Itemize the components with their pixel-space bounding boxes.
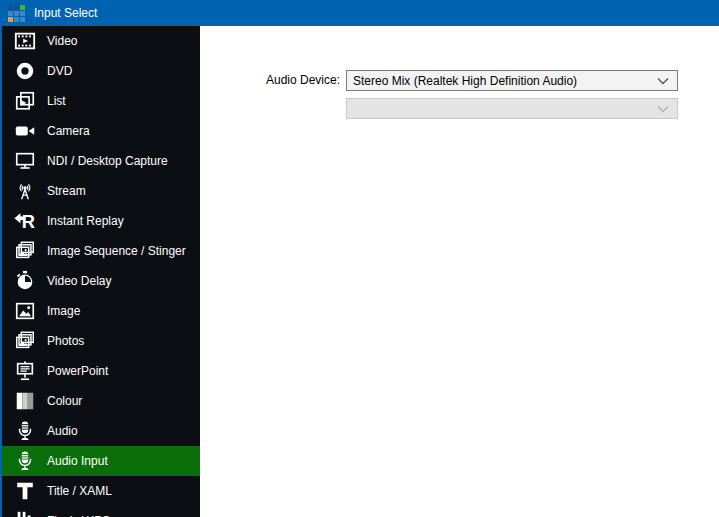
sidebar-item-label: PowerPoint [47,364,108,378]
secondary-device-select [346,98,678,119]
sidebar-item-label: Audio [47,424,78,438]
presentation-board-icon [11,358,38,384]
sidebar-item-image-sequence-stinger[interactable]: Image Sequence / Stinger [2,236,200,266]
input-select-window: Input Select Video DVD [0,0,719,517]
sidebar-item-label: Image Sequence / Stinger [47,244,186,258]
audio-device-select[interactable]: Stereo Mix (Realtek High Definition Audi… [346,70,678,91]
sidebar-item-label: Video Delay [47,274,112,288]
letter-t-icon [11,478,38,504]
chevron-down-icon[interactable] [657,77,669,85]
sidebar-item-label: Image [47,304,80,318]
sidebar-item-label: Title / XAML [47,484,112,498]
titlebar: Input Select [0,0,719,26]
sidebar-item-label: Photos [47,334,84,348]
microphone-icon [11,418,38,444]
sidebar-item-label: List [47,94,66,108]
sidebar-item-title-xaml[interactable]: Title / XAML [2,476,200,506]
sidebar-item-flash-xps[interactable]: Flash / XPS [2,506,200,517]
video-camera-icon [11,118,38,144]
sidebar-item-video-delay[interactable]: Video Delay [2,266,200,296]
sidebar-item-dvd[interactable]: DVD [2,56,200,86]
disc-icon [11,58,38,84]
sidebar-item-camera[interactable]: Camera [2,116,200,146]
sidebar-item-label: Stream [47,184,86,198]
photo-stack-icon [11,328,38,354]
sidebar-item-powerpoint[interactable]: PowerPoint [2,356,200,386]
sidebar-item-label: Audio Input [47,454,108,468]
flash-icon [11,508,38,517]
window-title: Input Select [34,6,97,20]
input-type-sidebar: Video DVD List [0,26,200,517]
audio-input-settings-panel: Audio Device: Stereo Mix (Realtek High D… [200,26,719,517]
audio-device-label: Audio Device: [230,70,340,91]
sidebar-item-audio[interactable]: Audio [2,416,200,446]
sidebar-item-audio-input[interactable]: Audio Input [2,446,200,476]
sidebar-item-instant-replay[interactable]: R Instant Replay [2,206,200,236]
sidebar-item-label: Instant Replay [47,214,124,228]
sidebar-item-photos[interactable]: Photos [2,326,200,356]
sidebar-item-label: Colour [47,394,82,408]
photo-stack-icon [11,238,38,264]
broadcast-tower-icon [11,178,38,204]
sidebar-item-colour[interactable]: Colour [2,386,200,416]
microphone-icon [11,448,38,474]
colour-swatch-icon [11,388,38,414]
photo-icon [11,298,38,324]
svg-text:R: R [21,211,34,232]
sidebar-item-stream[interactable]: Stream [2,176,200,206]
sidebar-item-label: DVD [47,64,72,78]
sidebar-item-ndi-desktop-capture[interactable]: NDI / Desktop Capture [2,146,200,176]
replay-r-icon: R [11,208,38,234]
sidebar-item-label: Video [47,34,77,48]
monitor-icon [11,148,38,174]
sidebar-item-video[interactable]: Video [2,26,200,56]
stopwatch-icon [11,268,38,294]
list-play-icon [11,88,38,114]
vmix-logo-icon [6,3,26,23]
sidebar-item-label: Camera [47,124,90,138]
audio-device-value: Stereo Mix (Realtek High Definition Audi… [347,74,657,88]
sidebar-item-list[interactable]: List [2,86,200,116]
chevron-down-icon [657,105,669,113]
sidebar-item-image[interactable]: Image [2,296,200,326]
sidebar-item-label: NDI / Desktop Capture [47,154,168,168]
filmstrip-play-icon [11,28,38,54]
